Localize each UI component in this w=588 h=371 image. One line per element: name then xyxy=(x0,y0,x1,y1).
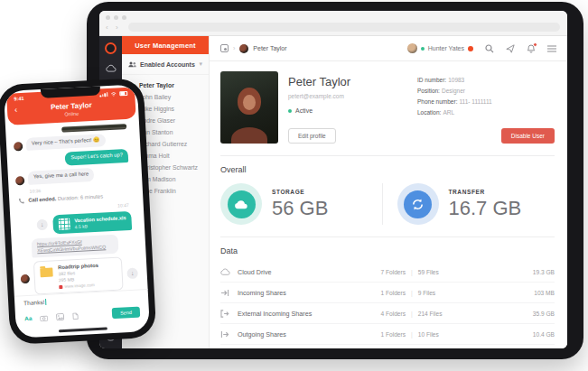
breadcrumb: › Peter Taylor xyxy=(220,44,287,53)
breadcrumb-avatar[interactable] xyxy=(239,44,248,53)
external-incoming-icon xyxy=(220,310,230,318)
received-message: Very nice – That's perfect! 😊 xyxy=(26,134,106,151)
avatar xyxy=(407,43,417,53)
draft-text[interactable]: Thanks! xyxy=(23,299,44,306)
source-favicon xyxy=(59,284,62,288)
table-row-external-incoming-shares[interactable]: External Incoming Shares 4 Folders | 214… xyxy=(220,303,555,324)
profile-name: Peter Taylor xyxy=(288,75,407,88)
folder-icon xyxy=(40,267,53,277)
chat-messages: Very nice – That's perfect! 😊 Super! Let… xyxy=(5,118,148,295)
storage-stat: STORAGE 56 GB xyxy=(220,183,378,225)
breadcrumb-separator: › xyxy=(233,45,235,51)
disable-user-button[interactable]: Disable User xyxy=(501,128,555,144)
browser-nav-arrows[interactable]: ‹ › xyxy=(106,23,121,32)
gallery-icon[interactable] xyxy=(56,308,65,324)
photo-message[interactable] xyxy=(61,124,126,132)
link-message[interactable]: https://cr9TclEsFXsGf XEwqCaW3HmVbuPolms… xyxy=(32,235,119,258)
detail-phone: Phone number:111- 1111111 xyxy=(417,98,555,105)
brand-logo-icon[interactable] xyxy=(105,42,117,54)
send-icon[interactable] xyxy=(506,44,515,53)
breadcrumb-user[interactable]: Peter Taylor xyxy=(253,45,286,51)
menu-icon[interactable] xyxy=(547,45,556,52)
download-icon[interactable]: ↓ xyxy=(126,267,138,279)
card-size: 295 MB xyxy=(59,275,99,283)
shared-folder-card[interactable]: Roadtrip photos 382 files 295 MB www.ima… xyxy=(33,256,124,294)
download-icon[interactable]: ↓ xyxy=(36,219,48,231)
transfer-stat: TRANSFER 16.7 GB xyxy=(387,183,555,225)
url-bar[interactable] xyxy=(128,23,560,32)
storage-value: 56 GB xyxy=(272,197,328,220)
home-indicator[interactable] xyxy=(59,327,107,332)
file-attachment-message[interactable]: Vacation schedule.xls 4.5 kB xyxy=(52,211,132,235)
main-panel: › Peter Taylor Hunter Yates xyxy=(210,36,567,348)
divider xyxy=(220,237,555,237)
divider xyxy=(382,183,383,225)
search-icon[interactable] xyxy=(485,44,494,53)
back-chevron-icon[interactable]: ‹ xyxy=(14,106,17,113)
incoming-shares-icon xyxy=(220,289,230,297)
spreadsheet-icon xyxy=(58,218,70,230)
detail-id: ID number:10983 xyxy=(417,77,555,83)
current-user-name: Hunter Yates xyxy=(428,45,464,51)
main-topbar: › Peter Taylor Hunter Yates xyxy=(210,36,567,61)
window-controls[interactable] xyxy=(106,15,126,20)
profile-page: Peter Taylor petert@example.com Active E… xyxy=(210,61,567,348)
app-grid-icon[interactable] xyxy=(220,44,229,52)
notifications-bell-icon[interactable] xyxy=(527,44,536,53)
document-icon[interactable] xyxy=(72,307,79,323)
profile-status: Active xyxy=(295,107,313,114)
sidebar-section-label: Enabled Accounts xyxy=(140,61,195,68)
profile-photo xyxy=(220,71,278,144)
signal-wifi-battery-icons xyxy=(99,90,127,97)
storage-cloud-icon xyxy=(228,190,256,218)
contact-avatar xyxy=(14,142,23,152)
overall-title: Overall xyxy=(220,165,555,174)
data-table: Cloud Drive 7 Folders | 59 Files 19.3 GB… xyxy=(220,262,555,345)
tablet-screen: ‹ › ? xyxy=(99,11,567,348)
text-format-button[interactable]: Aa xyxy=(24,314,33,320)
detail-location: Location:ARL xyxy=(417,109,555,116)
received-message: Yes, give me a call here xyxy=(28,168,95,185)
transfer-label: TRANSFER xyxy=(449,189,522,195)
active-dot xyxy=(288,109,292,113)
detail-position: Position:Designer xyxy=(417,88,555,94)
chevron-down-icon[interactable]: ▾ xyxy=(199,60,202,68)
profile-email: petert@example.com xyxy=(288,93,407,99)
table-row-outgoing-shares[interactable]: Outgoing Shares 1 Folders | 10 Files 10.… xyxy=(220,324,555,345)
sidebar-title: User Management xyxy=(122,36,209,54)
user-badge xyxy=(468,46,473,51)
divider xyxy=(220,155,555,156)
storage-label: STORAGE xyxy=(272,189,328,195)
notification-badge xyxy=(533,42,537,47)
table-row-cloud-drive[interactable]: Cloud Drive 7 Folders | 59 Files 19.3 GB xyxy=(220,262,555,283)
edit-profile-button[interactable]: Edit profile xyxy=(288,128,336,144)
status-time: 9:41 xyxy=(14,96,23,102)
card-source: www.image.com xyxy=(64,283,95,289)
browser-chrome: ‹ › xyxy=(99,11,567,36)
sidebar-section-enabled-accounts[interactable]: Enabled Accounts ▾ xyxy=(122,54,209,75)
cloud-drive-icon xyxy=(220,268,230,275)
send-button[interactable]: Send xyxy=(112,307,140,320)
table-row-incoming-shares[interactable]: Incoming Shares 1 Folders | 9 Files 103 … xyxy=(220,283,555,303)
message-composer: Thanks! Aa Send xyxy=(14,289,150,327)
tablet-device-frame: ‹ › ? xyxy=(87,2,583,359)
transfer-value: 16.7 GB xyxy=(449,197,522,220)
presence-dot xyxy=(421,47,425,51)
camera-icon[interactable] xyxy=(40,309,49,325)
timestamp: 10:47 xyxy=(117,202,129,209)
data-title: Data xyxy=(220,246,555,255)
outgoing-shares-icon xyxy=(220,330,230,339)
text-caret xyxy=(45,299,46,305)
stage: ‹ › ? xyxy=(0,0,588,371)
phone-device: 9:41 ‹ Peter Taylor Online xyxy=(0,78,156,345)
users-icon xyxy=(128,61,136,68)
transfer-sync-icon xyxy=(404,190,432,218)
sent-message: Super! Let's catch up? xyxy=(65,149,128,165)
contact-avatar xyxy=(15,176,25,186)
cloud-nav-icon[interactable] xyxy=(106,64,117,72)
contact-avatar xyxy=(21,274,31,283)
current-user-chip[interactable]: Hunter Yates xyxy=(407,43,473,53)
phone-call-icon xyxy=(18,198,24,204)
phone-screen: 9:41 ‹ Peter Taylor Online xyxy=(4,84,150,338)
